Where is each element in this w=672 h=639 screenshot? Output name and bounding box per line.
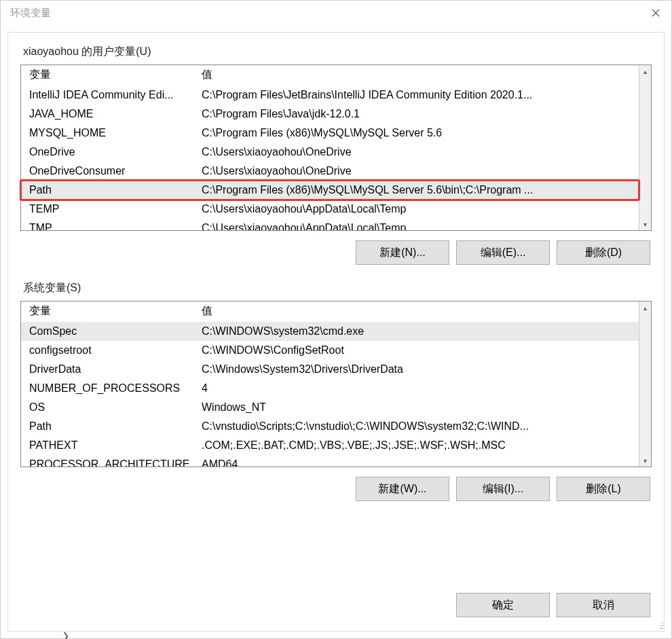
table-row[interactable]: JAVA_HOMEC:\Program Files\Java\jdk-12.0.…	[21, 105, 639, 124]
window-title: 环境变量	[10, 7, 51, 20]
var-value: C:\Program Files (x86)\MySQL\MySQL Serve…	[199, 184, 639, 196]
var-value: C:\Program Files (x86)\MySQL\MySQL Serve…	[199, 127, 639, 139]
var-name: Path	[21, 184, 199, 196]
table-row[interactable]: NUMBER_OF_PROCESSORS4	[21, 379, 639, 398]
dialog-buttons: 确定 取消	[456, 593, 650, 617]
list-header[interactable]: 变量 值	[21, 302, 639, 322]
var-name: configsetroot	[21, 344, 199, 357]
system-vars-buttons: 新建(W)... 编辑(I)... 删除(L)	[20, 477, 652, 501]
table-row[interactable]: OneDriveConsumerC:\Users\xiaoyaohou\OneD…	[21, 162, 639, 181]
ok-button[interactable]: 确定	[456, 593, 550, 617]
var-value: AMD64	[199, 458, 639, 467]
var-name: PROCESSOR_ARCHITECTURE	[21, 458, 199, 467]
var-name: DriverData	[21, 363, 199, 376]
table-row[interactable]: ComSpecC:\WINDOWS\system32\cmd.exe	[21, 322, 639, 341]
header-variable[interactable]: 变量	[21, 68, 199, 82]
table-row[interactable]: configsetrootC:\WINDOWS\ConfigSetRoot	[21, 341, 639, 360]
user-vars-buttons: 新建(N)... 编辑(E)... 删除(D)	[20, 240, 652, 265]
var-value: C:\Users\xiaoyaohou\OneDrive	[199, 146, 639, 158]
chevron-right-icon: ›	[63, 621, 69, 639]
var-value: Windows_NT	[199, 401, 639, 414]
var-name: JAVA_HOME	[21, 108, 199, 120]
user-vars-label: xiaoyaohou 的用户变量(U)	[20, 45, 652, 59]
var-value: C:\Windows\System32\Drivers\DriverData	[199, 363, 639, 376]
header-value[interactable]: 值	[199, 68, 639, 82]
table-row[interactable]: OSWindows_NT	[21, 398, 639, 417]
system-variables-group: 系统变量(S) 变量 值 ComSpecC:\WINDOWS\system32\…	[20, 281, 652, 501]
env-vars-dialog: 环境变量 xiaoyaohou 的用户变量(U) 变量 值 IntelliJ I…	[0, 0, 672, 639]
table-row[interactable]: TMPC:\Users\xiaoyaohou\AppData\Local\Tem…	[21, 219, 639, 230]
var-name: IntelliJ IDEA Community Edi...	[21, 89, 199, 101]
var-value: C:\Program Files\JetBrains\IntelliJ IDEA…	[199, 89, 639, 101]
user-new-button[interactable]: 新建(N)...	[356, 240, 449, 265]
scrollbar[interactable]: ▴ ▾	[639, 302, 651, 467]
var-name: ComSpec	[21, 325, 199, 337]
titlebar: 环境变量	[1, 1, 671, 25]
resize-grip-icon[interactable]: ............	[653, 620, 662, 629]
scrollbar[interactable]: ▴ ▾	[639, 65, 651, 230]
system-new-button[interactable]: 新建(W)...	[356, 477, 449, 501]
var-name: MYSQL_HOME	[21, 127, 199, 139]
user-vars-listbox[interactable]: 变量 值 IntelliJ IDEA Community Edi...C:\Pr…	[20, 65, 652, 231]
table-row[interactable]: PathC:\Program Files (x86)\MySQL\MySQL S…	[21, 181, 639, 200]
var-value: 4	[199, 382, 639, 395]
var-name: TEMP	[21, 203, 199, 215]
system-edit-button[interactable]: 编辑(I)...	[456, 477, 550, 501]
user-delete-button[interactable]: 删除(D)	[557, 240, 650, 265]
header-value[interactable]: 值	[199, 304, 639, 318]
table-row[interactable]: IntelliJ IDEA Community Edi...C:\Program…	[21, 86, 639, 105]
scroll-down-icon[interactable]: ▾	[639, 218, 651, 230]
var-name: OS	[21, 401, 199, 414]
table-row[interactable]: TEMPC:\Users\xiaoyaohou\AppData\Local\Te…	[21, 200, 639, 219]
header-variable[interactable]: 变量	[21, 304, 199, 318]
var-name: NUMBER_OF_PROCESSORS	[21, 382, 199, 395]
table-row[interactable]: DriverDataC:\Windows\System32\Drivers\Dr…	[21, 360, 639, 379]
var-value: .COM;.EXE;.BAT;.CMD;.VBS;.VBE;.JS;.JSE;.…	[199, 439, 639, 452]
system-delete-button[interactable]: 删除(L)	[557, 477, 650, 501]
system-vars-listbox[interactable]: 变量 值 ComSpecC:\WINDOWS\system32\cmd.exec…	[20, 301, 652, 467]
table-row[interactable]: MYSQL_HOMEC:\Program Files (x86)\MySQL\M…	[21, 124, 639, 143]
close-button[interactable]	[640, 1, 671, 25]
list-header[interactable]: 变量 值	[21, 65, 639, 86]
var-name: Path	[21, 420, 199, 433]
table-row[interactable]: PROCESSOR_ARCHITECTUREAMD64	[21, 455, 639, 467]
user-edit-button[interactable]: 编辑(E)...	[456, 240, 550, 265]
table-row[interactable]: PATHEXT.COM;.EXE;.BAT;.CMD;.VBS;.VBE;.JS…	[21, 436, 639, 455]
system-vars-label: 系统变量(S)	[20, 281, 652, 295]
var-value: C:\WINDOWS\system32\cmd.exe	[199, 325, 639, 337]
scroll-up-icon[interactable]: ▴	[639, 302, 651, 314]
scroll-up-icon[interactable]: ▴	[639, 65, 651, 77]
var-name: TMP	[21, 222, 199, 230]
var-value: C:\WINDOWS\ConfigSetRoot	[199, 344, 639, 357]
var-value: C:\Program Files\Java\jdk-12.0.1	[199, 108, 639, 120]
var-value: C:\Users\xiaoyaohou\AppData\Local\Temp	[199, 222, 639, 230]
scroll-down-icon[interactable]: ▾	[639, 454, 651, 467]
var-name: PATHEXT	[21, 439, 199, 452]
user-variables-group: xiaoyaohou 的用户变量(U) 变量 值 IntelliJ IDEA C…	[20, 45, 652, 265]
dialog-body: xiaoyaohou 的用户变量(U) 变量 值 IntelliJ IDEA C…	[7, 32, 665, 632]
var-value: C:\Users\xiaoyaohou\AppData\Local\Temp	[199, 203, 639, 215]
var-name: OneDriveConsumer	[21, 165, 199, 177]
var-value: C:\Users\xiaoyaohou\OneDrive	[199, 165, 639, 177]
cancel-button[interactable]: 取消	[557, 593, 650, 617]
close-icon	[652, 9, 660, 17]
table-row[interactable]: PathC:\vnstudio\Scripts;C:\vnstudio\;C:\…	[21, 417, 639, 436]
table-row[interactable]: OneDriveC:\Users\xiaoyaohou\OneDrive	[21, 143, 639, 162]
var-name: OneDrive	[21, 146, 199, 158]
var-value: C:\vnstudio\Scripts;C:\vnstudio\;C:\WIND…	[199, 420, 639, 433]
